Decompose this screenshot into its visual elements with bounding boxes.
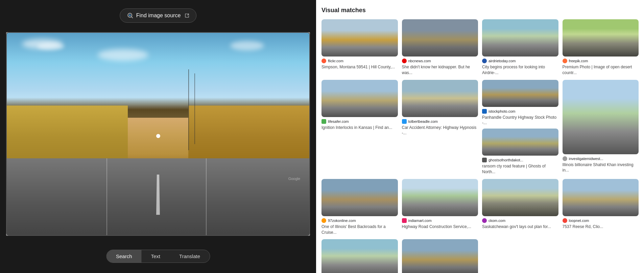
match-desc-4: Premium Photo | Image of open desert cou… xyxy=(563,64,639,76)
match-card-8[interactable]: investigatemidwest... Illinois billionai… xyxy=(563,80,639,175)
source-name-9: 97zokonline.com xyxy=(328,219,356,223)
favicon-13 xyxy=(563,218,567,223)
cloud-2 xyxy=(37,43,64,50)
match-image-9 xyxy=(321,179,398,216)
match-card-7[interactable]: istockphoto.com Panhandle Country Highwa… xyxy=(482,80,558,126)
match-card-1[interactable]: flickr.com Simpson, Montana 59541 | Hill… xyxy=(321,19,398,76)
favicon-6 xyxy=(402,119,407,124)
match-desc-7: Panhandle Country Highway Stock Photo -.… xyxy=(482,115,558,126)
match-card-5[interactable]: lifesafer.com Ignition Interlocks in Kan… xyxy=(321,80,398,175)
match-image-13 xyxy=(563,179,639,216)
match-card-stack-7-11: istockphoto.com Panhandle Country Highwa… xyxy=(482,80,558,175)
match-card-4[interactable]: freepik.com Premium Photo | Image of ope… xyxy=(563,19,639,76)
match-source-9: 97zokonline.com xyxy=(321,218,398,223)
google-watermark: Google xyxy=(288,177,300,181)
match-desc-8: Illinois billionaire Shahid Khan investi… xyxy=(563,162,639,174)
match-desc-1: Simpson, Montana 59541 | Hill County,... xyxy=(321,64,398,70)
match-image-4 xyxy=(563,19,639,56)
results-panel: Visual matches flickr.com Simpson, Monta… xyxy=(316,0,644,273)
match-card-11[interactable]: ghostsofnorthdakot... ransom cty road fe… xyxy=(482,129,558,175)
source-name-10: indiamart.com xyxy=(408,219,432,223)
match-image-5 xyxy=(321,80,398,117)
match-card-3[interactable]: airdrietoday.com City begins process for… xyxy=(482,19,558,76)
favicon-5 xyxy=(321,119,326,124)
source-name-6: tolbertbeadle.com xyxy=(408,119,438,123)
match-source-6: tolbertbeadle.com xyxy=(402,119,478,124)
find-image-source-button[interactable]: Find image source xyxy=(120,8,197,23)
match-desc-2: She didn't know her kidnapper. But he wa… xyxy=(402,64,478,76)
match-image-8 xyxy=(563,80,639,154)
match-desc-9: One of Illinois' Best Backroads for a Cr… xyxy=(321,224,398,235)
cloud-3 xyxy=(98,49,148,61)
source-name-2: nbcnews.com xyxy=(408,59,431,63)
match-card-partial-1[interactable]: constructconnect... xyxy=(321,239,398,273)
street-view-container: Google xyxy=(6,32,310,236)
source-name-4: freepik.com xyxy=(569,59,588,63)
source-name-11: ghostsofnorthdakot... xyxy=(488,158,523,162)
favicon-10 xyxy=(402,218,407,223)
image-panel: Find image source xyxy=(0,0,316,273)
match-image-7 xyxy=(482,80,558,107)
source-name-1: flickr.com xyxy=(328,59,343,63)
road-right-line xyxy=(206,158,207,235)
match-card-partial-2[interactable]: moyoto.com xyxy=(402,239,478,273)
favicon-9 xyxy=(321,218,326,223)
match-card-13[interactable]: loopnet.com 7537 Reese Rd, Clio... xyxy=(563,179,639,235)
favicon-12 xyxy=(482,218,487,223)
text-tab-button[interactable]: Text xyxy=(142,250,170,263)
section-title: Visual matches xyxy=(321,7,639,14)
translate-tab-button[interactable]: Translate xyxy=(170,250,210,263)
match-image-10 xyxy=(402,179,478,216)
match-card-6[interactable]: tolbertbeadle.com Car Accident Attorney:… xyxy=(402,80,478,175)
source-name-7: istockphoto.com xyxy=(488,109,515,113)
match-image-partial-1 xyxy=(321,239,398,273)
match-desc-13: 7537 Reese Rd, Clio... xyxy=(563,224,639,230)
external-link-icon xyxy=(185,13,189,18)
match-desc-10: Highway Road Construction Service,... xyxy=(402,224,478,230)
match-image-6 xyxy=(402,80,478,117)
favicon-1 xyxy=(321,59,326,63)
match-source-11: ghostsofnorthdakot... xyxy=(482,158,558,162)
match-source-2: nbcnews.com xyxy=(402,59,478,63)
source-name-8: investigatemidwest... xyxy=(569,157,603,161)
favicon-3 xyxy=(482,59,487,63)
match-image-1 xyxy=(321,19,398,56)
favicon-8 xyxy=(563,156,567,161)
matches-row-4: constructconnect... moyoto.com xyxy=(321,239,639,273)
matches-row-1: flickr.com Simpson, Montana 59541 | Hill… xyxy=(321,19,639,76)
source-name-12: ckom.com xyxy=(488,219,505,223)
bottom-toolbar: Search Text Translate xyxy=(106,250,210,263)
match-source-7: istockphoto.com xyxy=(482,109,558,114)
match-desc-5: Ignition Interlocks in Kansas | Find an.… xyxy=(321,125,398,131)
matches-row-2: lifesafer.com Ignition Interlocks in Kan… xyxy=(321,80,639,175)
match-source-13: loopnet.com xyxy=(563,218,639,223)
lens-icon xyxy=(127,12,134,19)
match-source-10: indiamart.com xyxy=(402,218,478,223)
match-source-5: lifesafer.com xyxy=(321,119,398,124)
match-source-12: ckom.com xyxy=(482,218,558,223)
match-source-4: freepik.com xyxy=(563,59,639,63)
favicon-4 xyxy=(563,59,567,63)
match-card-2[interactable]: nbcnews.com She didn't know her kidnappe… xyxy=(402,19,478,76)
matches-row-3: 97zokonline.com One of Illinois' Best Ba… xyxy=(321,179,639,235)
match-card-10[interactable]: indiamart.com Highway Road Construction … xyxy=(402,179,478,235)
source-name-5: lifesafer.com xyxy=(328,119,349,123)
match-image-3 xyxy=(482,19,558,56)
search-tab-button[interactable]: Search xyxy=(106,250,142,263)
match-desc-12: Saskatchewan gov't lays out plan for... xyxy=(482,224,558,230)
cloud-4 xyxy=(230,41,264,50)
find-image-label: Find image source xyxy=(136,13,181,19)
power-pole-2 xyxy=(194,73,195,144)
match-image-11 xyxy=(482,129,558,156)
match-desc-3: City begins process for looking into Air… xyxy=(482,64,558,76)
street-view-image: Google xyxy=(7,33,309,235)
match-card-12[interactable]: ckom.com Saskatchewan gov't lays out pla… xyxy=(482,179,558,235)
match-card-9[interactable]: 97zokonline.com One of Illinois' Best Ba… xyxy=(321,179,398,235)
match-source-1: flickr.com xyxy=(321,59,398,63)
favicon-2 xyxy=(402,59,407,63)
match-image-2 xyxy=(402,19,478,56)
favicon-7 xyxy=(482,109,487,114)
power-pole xyxy=(188,69,189,150)
match-image-partial-2 xyxy=(402,239,478,273)
source-name-13: loopnet.com xyxy=(569,219,589,223)
